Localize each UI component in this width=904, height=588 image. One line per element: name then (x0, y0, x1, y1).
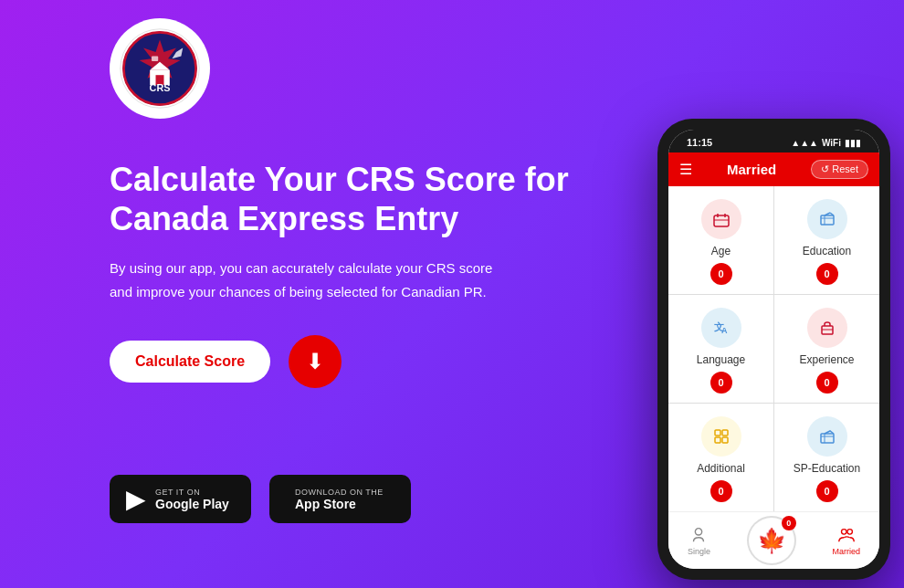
battery-icon: ▮▮▮ (845, 138, 861, 148)
svg-rect-5 (152, 57, 158, 61)
nav-single[interactable]: Single (688, 525, 710, 556)
svg-rect-8 (714, 215, 729, 226)
nav-center-maple[interactable]: 🍁 0 (749, 518, 794, 563)
download-button[interactable]: ⬇ (289, 335, 342, 388)
nav-married[interactable]: Married (833, 525, 861, 556)
age-label: Age (711, 245, 731, 257)
additional-label: Additional (697, 462, 745, 475)
age-icon-circle (701, 199, 741, 239)
education-label: Education (803, 245, 851, 257)
app-bottom-nav: Single 🍁 0 Married (668, 511, 879, 569)
age-score: 0 (710, 263, 732, 285)
app-header: ☰ Married ↺ Reset (668, 152, 879, 186)
grid-cell-age[interactable]: Age 0 (668, 186, 773, 294)
additional-score: 0 (710, 480, 732, 502)
svg-rect-24 (722, 437, 728, 443)
sp-education-icon-circle (807, 416, 847, 457)
sp-education-label: SP-Education (794, 462, 860, 475)
hero-title: Calculate Your CRS Score for Canada Expr… (110, 160, 594, 238)
signal-icon: ▲▲▲ (791, 138, 818, 148)
language-icon-circle: 文 A (701, 308, 741, 348)
action-buttons: Calculate Score ⬇ (110, 335, 594, 388)
store-badges: ▶ GET IT ON Google Play Download on the … (110, 475, 411, 523)
experience-score: 0 (816, 372, 838, 394)
logo-circle: CRS (110, 18, 210, 119)
nav-married-label: Married (833, 547, 861, 556)
hero-description: By using our app, you can accurately cal… (110, 257, 502, 303)
additional-icon-circle (701, 416, 741, 457)
status-icons: ▲▲▲ WiFi ▮▮▮ (791, 138, 861, 148)
sp-education-score: 0 (816, 480, 838, 502)
single-icon (689, 525, 709, 545)
hamburger-icon[interactable]: ☰ (679, 161, 692, 178)
google-play-icon: ▶ (126, 484, 146, 514)
language-score: 0 (710, 372, 732, 394)
phone-mockup: 11:15 ▲▲▲ WiFi ▮▮▮ ☰ Married ↺ Reset (657, 119, 890, 580)
experience-icon-circle (807, 308, 847, 348)
grid-cell-education[interactable]: Education 0 (774, 186, 879, 294)
status-time: 11:15 (687, 137, 712, 148)
nav-single-label: Single (688, 547, 710, 556)
married-icon (836, 525, 857, 545)
google-play-badge[interactable]: ▶ GET IT ON Google Play (110, 475, 251, 523)
app-store-text: Download on the App Store (295, 488, 384, 511)
app-store-badge[interactable]: Download on the App Store (269, 475, 411, 523)
calculate-score-button[interactable]: Calculate Score (110, 341, 270, 383)
svg-text:A: A (721, 326, 728, 335)
phone-screen: 11:15 ▲▲▲ WiFi ▮▮▮ ☰ Married ↺ Reset (668, 130, 879, 569)
wifi-icon: WiFi (822, 138, 841, 148)
svg-point-29 (841, 530, 846, 535)
grid-cell-experience[interactable]: Experience 0 (774, 295, 879, 403)
reset-button[interactable]: ↺ Reset (811, 160, 868, 179)
education-icon-circle (807, 199, 847, 239)
svg-rect-23 (715, 437, 720, 443)
google-play-text: GET IT ON Google Play (155, 488, 229, 511)
app-header-title: Married (727, 162, 776, 177)
svg-rect-22 (722, 430, 728, 436)
status-bar: 11:15 ▲▲▲ WiFi ▮▮▮ (668, 130, 879, 152)
nav-center-badge: 0 (782, 516, 796, 530)
maple-leaf-icon: 🍁 (757, 527, 786, 555)
app-store-pre-text: Download on the (295, 488, 384, 497)
app-grid: Age 0 Education 0 (668, 186, 879, 511)
google-play-main-text: Google Play (155, 497, 229, 511)
svg-rect-21 (715, 430, 720, 436)
grid-cell-additional[interactable]: Additional 0 (668, 404, 773, 511)
logo-container: CRS (110, 18, 210, 119)
phone-frame: 11:15 ▲▲▲ WiFi ▮▮▮ ☰ Married ↺ Reset (657, 119, 890, 580)
language-label: Language (697, 353, 745, 366)
app-store-main-text: App Store (295, 497, 384, 511)
svg-rect-25 (821, 434, 834, 443)
google-play-pre-text: GET IT ON (155, 488, 229, 497)
hero-section: Calculate Your CRS Score for Canada Expr… (110, 160, 594, 425)
logo-svg: CRS (119, 27, 201, 110)
svg-text:CRS: CRS (150, 82, 171, 93)
experience-label: Experience (799, 353, 854, 366)
education-score: 0 (816, 263, 838, 285)
grid-cell-sp-education[interactable]: SP-Education 0 (774, 404, 879, 511)
download-arrow-icon: ⬇ (306, 349, 324, 374)
svg-rect-12 (821, 215, 834, 225)
grid-cell-language[interactable]: 文 A Language 0 (668, 295, 773, 403)
svg-point-28 (696, 529, 702, 535)
svg-point-30 (847, 530, 853, 535)
